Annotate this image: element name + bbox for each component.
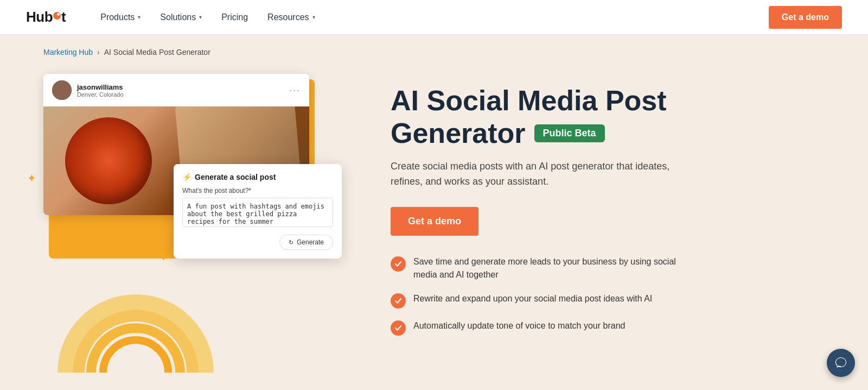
nav-links: Products ▾ Solutions ▾ Pricing Resources… bbox=[92, 8, 769, 27]
more-options-icon[interactable]: ··· bbox=[289, 85, 301, 96]
logo-spot-icon bbox=[53, 12, 61, 20]
logo[interactable]: Hubt bbox=[26, 9, 66, 26]
user-info: jasonwilliams Denver, Colorado bbox=[77, 83, 284, 98]
title-line-2: Generator Public Beta bbox=[391, 117, 825, 150]
nav-item-solutions[interactable]: Solutions ▾ bbox=[151, 8, 210, 27]
social-card-header: jasonwilliams Denver, Colorado ··· bbox=[43, 74, 309, 106]
generate-button-label: Generate bbox=[297, 238, 324, 246]
refresh-icon: ↻ bbox=[289, 239, 293, 246]
generate-button[interactable]: ↻ Generate bbox=[279, 235, 333, 250]
chat-bubble[interactable] bbox=[827, 349, 855, 377]
rainbow-svg bbox=[54, 264, 217, 373]
navbar: Hubt Products ▾ Solutions ▾ Pricing Reso… bbox=[0, 0, 868, 35]
feature-text-1: Save time and generate more leads to you… bbox=[413, 255, 685, 281]
check-icon-2 bbox=[391, 293, 406, 309]
breadcrumb-parent[interactable]: Marketing Hub bbox=[43, 48, 93, 56]
get-demo-button-hero[interactable]: Get a demo bbox=[391, 207, 478, 236]
feature-text-3: Automatically update tone of voice to ma… bbox=[413, 319, 625, 332]
check-icon-1 bbox=[391, 256, 406, 272]
feature-item-1: Save time and generate more leads to you… bbox=[391, 255, 825, 281]
sparkle-icon-2: ✦ bbox=[159, 251, 168, 264]
sparkle-icon-1: ✦ bbox=[27, 172, 36, 185]
main-content: Marketing Hub › AI Social Media Post Gen… bbox=[0, 35, 868, 390]
nav-item-products[interactable]: Products ▾ bbox=[92, 8, 149, 27]
logo-text: Hubt bbox=[26, 9, 66, 26]
avatar-image bbox=[52, 80, 72, 100]
nav-solutions-label: Solutions bbox=[160, 12, 196, 22]
chevron-down-icon: ▾ bbox=[138, 14, 141, 20]
nav-products-label: Products bbox=[100, 12, 135, 22]
nav-item-resources[interactable]: Resources ▾ bbox=[259, 8, 323, 27]
checkmark-svg-3 bbox=[394, 324, 402, 332]
rainbow-decoration bbox=[54, 264, 217, 373]
nav-item-pricing[interactable]: Pricing bbox=[213, 8, 257, 27]
title-line-1: AI Social Media Post bbox=[391, 85, 825, 117]
username: jasonwilliams bbox=[77, 83, 284, 91]
breadcrumb: Marketing Hub › AI Social Media Post Gen… bbox=[43, 48, 825, 56]
feature-item-2: Rewrite and expand upon your social medi… bbox=[391, 292, 825, 309]
hero-section: jasonwilliams Denver, Colorado ··· ⚡ Gen… bbox=[43, 74, 825, 336]
get-demo-button-nav[interactable]: Get a demo bbox=[769, 6, 842, 29]
nav-resources-label: Resources bbox=[267, 12, 309, 22]
generate-panel-title: ⚡ Generate a social post bbox=[182, 173, 333, 181]
illustration-container: jasonwilliams Denver, Colorado ··· ⚡ Gen… bbox=[43, 74, 326, 275]
generate-textarea[interactable] bbox=[182, 198, 333, 227]
breadcrumb-current: AI Social Media Post Generator bbox=[104, 48, 210, 56]
lightning-icon: ⚡ bbox=[182, 173, 192, 181]
checkmark-svg-2 bbox=[394, 297, 402, 305]
checkmark-svg-1 bbox=[394, 260, 402, 268]
page-title: AI Social Media Post Generator Public Be… bbox=[391, 85, 825, 150]
generate-panel: ⚡ Generate a social post What's the post… bbox=[174, 164, 342, 259]
public-beta-badge: Public Beta bbox=[534, 124, 605, 142]
hero-illustration: jasonwilliams Denver, Colorado ··· ⚡ Gen… bbox=[43, 74, 347, 275]
user-location: Denver, Colorado bbox=[77, 91, 284, 98]
feature-item-3: Automatically update tone of voice to ma… bbox=[391, 319, 825, 336]
hero-text: AI Social Media Post Generator Public Be… bbox=[391, 74, 825, 336]
title-word-generator: Generator bbox=[391, 117, 526, 150]
chat-icon bbox=[834, 356, 847, 369]
feature-text-2: Rewrite and expand upon your social medi… bbox=[413, 292, 652, 305]
chevron-down-icon: ▾ bbox=[312, 14, 315, 20]
hero-description: Create social media posts with an AI pos… bbox=[391, 159, 673, 190]
breadcrumb-separator: › bbox=[97, 48, 100, 56]
nav-pricing-label: Pricing bbox=[221, 12, 248, 22]
generate-label: What's the post about?* bbox=[182, 187, 333, 194]
generate-title-text: Generate a social post bbox=[195, 173, 276, 181]
chevron-down-icon: ▾ bbox=[199, 14, 202, 20]
avatar bbox=[52, 80, 72, 100]
feature-list: Save time and generate more leads to you… bbox=[391, 255, 825, 336]
check-icon-3 bbox=[391, 320, 406, 336]
